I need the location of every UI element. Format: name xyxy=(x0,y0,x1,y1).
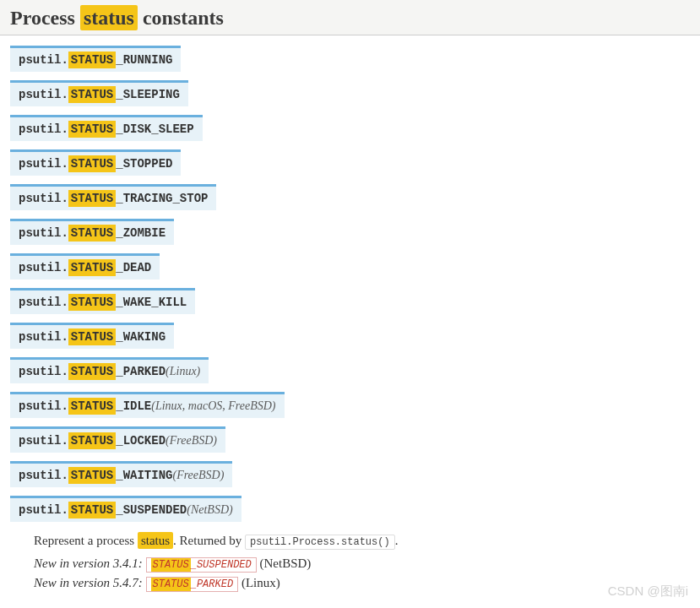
module-prefix: psutil. xyxy=(19,122,68,136)
module-prefix: psutil. xyxy=(19,192,68,205)
desc-text: . xyxy=(395,534,399,547)
paren-close: ) xyxy=(197,365,201,377)
version-platform: (Linux) xyxy=(238,576,280,589)
version-label: New in version 3.4.1: xyxy=(34,556,146,570)
desc-text: Represent a process xyxy=(34,534,138,547)
platform-label: FreeBSD xyxy=(176,469,220,481)
highlighted-term: STATUS xyxy=(68,225,116,242)
version-added: New in version 5.4.7: STATUS_PARKED (Lin… xyxy=(34,576,690,590)
version-added: New in version 3.4.1: STATUS_SUSPENDED (… xyxy=(34,556,690,571)
constant-signature: psutil.STATUS_RUNNING xyxy=(10,46,181,72)
constant-suffix: _IDLE xyxy=(116,399,151,413)
platform-label: Linux xyxy=(170,365,197,377)
highlighted-term: STATUS xyxy=(68,398,116,415)
constant-suffix: _TRACING_STOP xyxy=(116,192,208,205)
constant-suffix: _PARKED xyxy=(116,365,166,378)
constant-suffix: _SUSPENDED xyxy=(191,559,252,571)
highlighted-term: STATUS xyxy=(151,558,191,572)
constant-suffix: _PARKED xyxy=(191,578,233,590)
highlighted-term: status xyxy=(138,532,173,549)
module-prefix: psutil. xyxy=(19,434,68,448)
description-paragraph: Represent a process status. Returned by … xyxy=(34,534,690,548)
constant-suffix: _WAKE_KILL xyxy=(116,296,187,309)
highlighted-term: STATUS xyxy=(68,86,116,103)
constant-suffix: _SLEEPING xyxy=(116,88,180,101)
highlighted-term: STATUS xyxy=(68,432,116,449)
highlighted-term: STATUS xyxy=(68,328,116,345)
constant-signature: psutil.STATUS_DEAD xyxy=(10,253,160,280)
constant-description: Represent a process status. Returned by … xyxy=(34,534,690,590)
highlighted-term: STATUS xyxy=(151,578,191,591)
desc-text: . Returned by xyxy=(173,534,245,547)
module-prefix: psutil. xyxy=(19,261,68,274)
constant-signature: psutil.STATUS_WAKING xyxy=(10,323,174,349)
module-prefix: psutil. xyxy=(19,53,68,67)
version-constant[interactable]: STATUS_PARKED xyxy=(146,577,239,592)
highlighted-term: STATUS xyxy=(68,155,116,172)
platform-label: FreeBSD xyxy=(170,434,214,447)
heading-highlight: status xyxy=(80,5,138,30)
constant-suffix: _DISK_SLEEP xyxy=(116,122,193,136)
module-prefix: psutil. xyxy=(19,88,68,101)
constant-signature: psutil.STATUS_STOPPED xyxy=(10,149,181,176)
highlighted-term: STATUS xyxy=(68,502,116,518)
paren-close: ) xyxy=(229,503,233,516)
definition-list-container: psutil.STATUS_RUNNINGpsutil.STATUS_SLEEP… xyxy=(0,35,700,590)
module-prefix: psutil. xyxy=(19,157,68,171)
module-prefix: psutil. xyxy=(19,226,68,240)
highlighted-term: STATUS xyxy=(68,259,116,276)
platform-label: Linux, macOS, FreeBSD xyxy=(155,399,272,412)
heading-pre: Process xyxy=(10,7,80,29)
constant-suffix: _DEAD xyxy=(116,261,151,274)
module-prefix: psutil. xyxy=(19,503,68,517)
constant-signature: psutil.STATUS_ZOMBIE xyxy=(10,219,174,245)
constant-suffix: _RUNNING xyxy=(116,53,172,67)
module-prefix: psutil. xyxy=(19,365,68,378)
constant-suffix: _STOPPED xyxy=(116,157,172,171)
version-constant[interactable]: STATUS_SUSPENDED xyxy=(146,557,257,573)
section-heading: Process status constants xyxy=(0,0,700,35)
constant-signature: psutil.STATUS_TRACING_STOP xyxy=(10,184,216,210)
heading-post: constants xyxy=(138,7,224,29)
version-label: New in version 5.4.7: xyxy=(34,576,146,589)
constant-signature: psutil.STATUS_SLEEPING xyxy=(10,80,188,106)
module-prefix: psutil. xyxy=(19,296,68,309)
module-prefix: psutil. xyxy=(19,330,68,344)
paren-close: ) xyxy=(220,469,225,481)
constant-signature: psutil.STATUS_WAKE_KILL xyxy=(10,288,195,314)
highlighted-term: STATUS xyxy=(68,121,116,138)
code-literal[interactable]: psutil.Process.status() xyxy=(245,535,395,550)
platform-label: NetBSD xyxy=(191,503,229,516)
constant-suffix: _WAKING xyxy=(116,330,166,344)
constant-suffix: _WAITING xyxy=(116,469,172,482)
constant-signature: psutil.STATUS_LOCKED(FreeBSD) xyxy=(10,426,225,453)
constant-suffix: _SUSPENDED xyxy=(116,503,187,517)
highlighted-term: STATUS xyxy=(68,467,116,484)
constant-signature: psutil.STATUS_DISK_SLEEP xyxy=(10,115,203,141)
highlighted-term: STATUS xyxy=(68,52,116,68)
highlighted-term: STATUS xyxy=(68,363,116,380)
constant-signature: psutil.STATUS_SUSPENDED(NetBSD) xyxy=(10,496,241,522)
paren-close: ) xyxy=(213,434,217,447)
paren-close: ) xyxy=(272,399,276,412)
module-prefix: psutil. xyxy=(19,399,68,413)
definition-list: psutil.STATUS_RUNNINGpsutil.STATUS_SLEEP… xyxy=(10,46,690,590)
constant-suffix: _ZOMBIE xyxy=(116,226,166,240)
constant-suffix: _LOCKED xyxy=(116,434,166,448)
highlighted-term: STATUS xyxy=(68,294,116,311)
highlighted-term: STATUS xyxy=(68,190,116,207)
constant-signature: psutil.STATUS_IDLE(Linux, macOS, FreeBSD… xyxy=(10,392,285,418)
version-platform: (NetBSD) xyxy=(257,556,312,570)
module-prefix: psutil. xyxy=(19,469,68,482)
constant-signature: psutil.STATUS_PARKED(Linux) xyxy=(10,357,209,383)
constant-signature: psutil.STATUS_WAITING(FreeBSD) xyxy=(10,461,232,487)
